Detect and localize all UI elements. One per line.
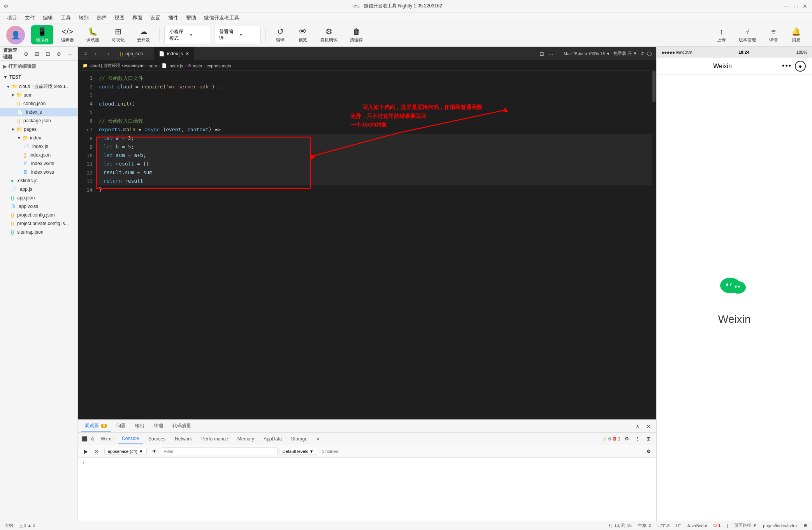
filter-input[interactable] — [161, 447, 278, 455]
menu-goto[interactable]: 转到 — [75, 13, 93, 23]
eye-btn[interactable]: 👁 — [150, 447, 159, 456]
fold-icon-7[interactable]: ▾ — [85, 126, 90, 134]
layout-icon[interactable]: ⊞ — [804, 523, 807, 528]
menu-tools[interactable]: 工具 — [57, 13, 75, 23]
tab-debugger[interactable]: 调试器 6 — [81, 421, 111, 431]
menu-help[interactable]: 帮助 — [182, 13, 200, 23]
tab-more-btn[interactable]: ··· — [547, 49, 556, 58]
encoding[interactable]: UTF-8 — [657, 523, 670, 528]
tab-app-json[interactable]: {} app.json — [115, 47, 154, 60]
dock-btn[interactable]: ⊞ — [644, 434, 653, 444]
cloud-button[interactable]: ☁ 云开发 — [132, 25, 155, 44]
page-path-label[interactable]: 页面路径 ▼ — [734, 523, 757, 528]
language[interactable]: JavaScript — [687, 523, 707, 528]
bc-cloud-label[interactable]: cloud | 当前环境 xiexuanqian — [90, 63, 144, 69]
tree-app-js[interactable]: 📄 app.js — [0, 185, 77, 194]
tree-index-wxml[interactable]: 🖹 index.wxml — [0, 159, 77, 168]
settings-console-btn[interactable]: ⚙ — [644, 447, 653, 456]
upload-button[interactable]: ↑ 上传 — [712, 26, 731, 44]
settings-btn[interactable]: ⚙ — [622, 434, 631, 444]
level-select[interactable]: Default levels ▼ — [279, 448, 317, 455]
subtab-console[interactable]: Console — [118, 433, 143, 444]
menu-view[interactable]: 视图 — [111, 13, 128, 23]
detail-button[interactable]: ≡ 详情 — [764, 26, 783, 44]
console-content[interactable]: › — [78, 458, 656, 521]
tree-project-private[interactable]: {} project.private.config.js... — [0, 219, 77, 228]
spaces[interactable]: 空格: 2 — [638, 523, 651, 528]
bc-indexjs[interactable]: index.js — [169, 63, 183, 68]
hot-reload[interactable]: 热重载 开 ▼ — [613, 51, 637, 56]
subtab-btn-2[interactable]: ⊘ — [90, 435, 95, 443]
outline-toggle[interactable]: 大纲 — [5, 523, 13, 528]
tab-problems[interactable]: 问题 — [112, 421, 130, 431]
tree-eslintrc[interactable]: ● .eslintrc.js — [0, 176, 77, 185]
editor-scrollbar-thumb[interactable] — [652, 71, 656, 102]
bc-cloud[interactable]: 📁 — [83, 63, 88, 68]
error-status[interactable]: △ 0 ▲ 0 — [19, 523, 35, 528]
subtab-performance[interactable]: Performance — [197, 434, 232, 444]
bc-exports-main[interactable]: exports.main — [207, 63, 231, 68]
editor-button[interactable]: </> 编辑器 — [56, 26, 79, 44]
subtab-memory[interactable]: Memory — [234, 434, 258, 444]
tab-index-js[interactable]: 📄 index.js ✕ — [154, 47, 194, 60]
more-btn[interactable]: ⋮ — [633, 434, 642, 444]
tab-close-btn[interactable]: ✕ — [185, 51, 189, 56]
tree-index-wxss[interactable]: 🖹 index.wxss — [0, 168, 77, 176]
tree-cloud-folder[interactable]: ▼ 📁 cloud | 当前环境 xiexu... — [0, 82, 77, 91]
mac-info[interactable]: Mac 15-inch 100% 16 ▼ — [564, 51, 610, 56]
tree-index-json[interactable]: {} index.json — [0, 151, 77, 159]
menu-wechat-devtools[interactable]: 微信开发者工具 — [200, 13, 243, 23]
notify-button[interactable]: 🔔 消息 — [786, 25, 806, 44]
compile-button[interactable]: ↺ 编译 — [271, 25, 290, 44]
record-btn[interactable]: ● — [795, 61, 806, 72]
line-col[interactable]: 行 13, 列 16 — [609, 523, 632, 528]
nav-more-dots[interactable]: ••• — [782, 62, 792, 70]
tree-pages-folder[interactable]: ▼ 📁 pages — [0, 125, 77, 134]
sidebar-btn-3[interactable]: ⊟ — [43, 49, 53, 58]
sidebar-btn-4[interactable]: ⊘ — [54, 49, 63, 58]
open-editors-header[interactable]: ▶ 打开的编辑器 — [0, 61, 77, 72]
debugger-button[interactable]: 🐛 调试器 — [82, 25, 104, 44]
subtab-wxml[interactable]: Wxml — [97, 434, 116, 444]
tree-app-json[interactable]: {} app.json — [0, 194, 77, 202]
preview-button[interactable]: 👁 预览 — [293, 26, 313, 44]
tree-app-wxss[interactable]: 🖹 app.wxss — [0, 202, 77, 211]
real-debug-button[interactable]: ⚙ 真机调试 — [316, 25, 342, 44]
tab-output[interactable]: 输出 — [131, 421, 148, 431]
page-path[interactable]: pages/index/index — [763, 523, 798, 528]
bc-sum[interactable]: sum — [149, 63, 157, 68]
close-button[interactable]: ✕ — [802, 3, 808, 9]
tree-sum-folder[interactable]: ▼ 📁 sum — [0, 91, 77, 99]
subtab-network[interactable]: Network — [171, 434, 196, 444]
test-section-header[interactable]: ▼ TEST — [0, 72, 77, 82]
editor-scrollbar[interactable] — [652, 71, 656, 419]
menu-edit[interactable]: 编辑 — [39, 13, 57, 23]
tree-index-js-2[interactable]: 📄 index.js — [0, 142, 77, 151]
menu-file[interactable]: 文件 — [21, 13, 39, 23]
console-collapse-btn[interactable]: ∧ — [633, 422, 642, 431]
version-button[interactable]: ⑂ 版本管理 — [734, 26, 761, 44]
subtab-btn-1[interactable]: ⬛ — [81, 435, 88, 443]
block-btn[interactable]: ⊘ — [92, 447, 101, 456]
error-badge[interactable]: ① 1 — [713, 523, 721, 528]
tree-index-folder[interactable]: ▼ 📁 index — [0, 134, 77, 142]
tree-sitemap[interactable]: {} sitemap.json — [0, 228, 77, 236]
tree-index-js[interactable]: 📄 index.js — [0, 108, 77, 116]
mode-dropdown[interactable]: 小程序模式 ▼ — [164, 26, 211, 44]
maximize-button[interactable]: □ — [793, 3, 799, 9]
tab-nav-forward[interactable]: → — [103, 49, 112, 58]
compile-type-dropdown[interactable]: 普通编译 ▼ — [214, 26, 261, 44]
play-btn[interactable]: ▶ — [81, 447, 90, 456]
subtab-sources[interactable]: Sources — [144, 434, 169, 444]
subtab-storage[interactable]: Storage — [287, 434, 311, 444]
simulator-button[interactable]: 📱 模拟器 — [31, 25, 53, 44]
sidebar-btn-1[interactable]: ⊕ — [21, 49, 31, 58]
code-editor[interactable]: 1 2 3 4 5 6 ▾7 8 9 10 11 12 13 14 — [78, 71, 656, 419]
appservice-select[interactable]: appservice (#4) ▼ — [104, 448, 147, 455]
user-avatar[interactable]: 👤 — [6, 26, 25, 44]
tree-package-json[interactable]: {} package.json — [0, 116, 77, 125]
bc-main[interactable]: main — [193, 63, 202, 68]
visual-button[interactable]: ⊞ 可视化 — [107, 25, 129, 44]
stop-btn[interactable]: ◯ — [647, 51, 652, 56]
console-close-btn[interactable]: ✕ — [644, 422, 653, 431]
